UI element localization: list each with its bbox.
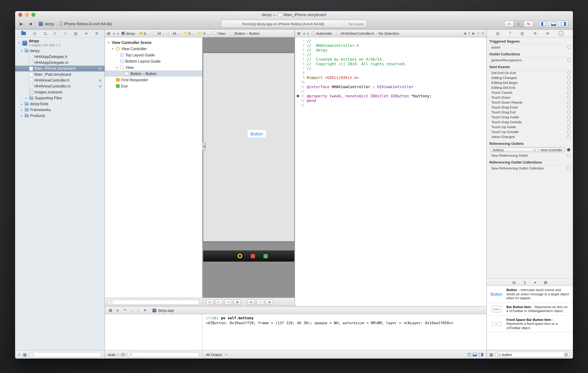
disconnect-icon[interactable]: ✕ — [537, 149, 539, 151]
navigator-file-row[interactable]: mHHAAppDelegate.m — [15, 60, 105, 65]
collapse-outline-button[interactable]: ◀ — [203, 142, 206, 151]
line-number-gutter[interactable]: 3 — [295, 48, 307, 53]
navigator-filter-field[interactable] — [29, 352, 102, 357]
connection-well-icon[interactable] — [567, 58, 570, 62]
disclosure-triangle[interactable]: ▾ — [107, 41, 110, 44]
outline-row[interactable]: First Responder — [105, 77, 202, 83]
connection-well-icon[interactable] — [567, 100, 570, 104]
add-file-button[interactable]: + — [18, 352, 20, 357]
simulate-location-icon[interactable]: ➤ — [144, 308, 147, 312]
line-number-gutter[interactable]: 10 — [295, 80, 307, 85]
connection-row[interactable]: Touch Drag Inside — [487, 114, 573, 119]
add-assistant-editor-button[interactable]: + — [477, 32, 479, 35]
connection-target-chip[interactable]: ✕View Controller — [535, 148, 565, 152]
line-number-gutter[interactable]: 14 — [295, 98, 307, 103]
media-library-icon[interactable]: ▦ — [544, 280, 547, 284]
connection-well-icon[interactable] — [567, 71, 570, 74]
disclosure-triangle[interactable]: ▸ — [20, 114, 23, 117]
standard-editor-button[interactable]: ≡ — [504, 21, 514, 27]
connection-well-icon[interactable] — [567, 115, 570, 118]
quick-look-icon[interactable] — [121, 353, 125, 356]
zoom-in-button[interactable]: ⊕ — [265, 299, 273, 305]
align-trailing-button[interactable]: ⊣ — [224, 299, 232, 305]
project-root-row[interactable]: ▾ derpy 2 targets, iOS SDK 7.1 — [15, 38, 105, 48]
line-number-gutter[interactable]: 4 — [295, 53, 307, 57]
connection-row[interactable]: Touch Up Outside — [487, 129, 573, 134]
library-item[interactable]: •••Fixed Space Bar Button Item – Represe… — [487, 316, 573, 332]
line-number-gutter[interactable]: 8 — [295, 71, 307, 75]
variables-view[interactable] — [105, 314, 203, 350]
disclosure-triangle[interactable]: ▾ — [20, 49, 23, 53]
outline-row[interactable]: Bottom Layout Guide — [105, 58, 202, 64]
editor-list-button[interactable]: ≡ — [206, 299, 214, 305]
debug-navigator-icon[interactable]: ▤ — [74, 31, 78, 36]
library-item[interactable]: ButtonButton – Intercepts touch events a… — [487, 286, 573, 303]
identity-inspector-icon[interactable]: ▥ — [520, 31, 524, 36]
outline-row[interactable]: Button – Button — [105, 70, 202, 77]
connection-well-icon[interactable] — [567, 166, 570, 170]
version-editor-button[interactable]: ⇆ — [524, 21, 534, 27]
disclosure-triangle[interactable]: ▾ — [115, 66, 119, 69]
connected-outlet-row[interactable]: buttony✕View Controller — [487, 147, 573, 153]
connection-row[interactable]: Editing Changed — [487, 75, 573, 80]
object-library-icon[interactable]: ● — [534, 280, 536, 284]
connection-well-icon[interactable] — [567, 45, 570, 49]
view-controller-view[interactable]: Button — [203, 53, 294, 241]
breadcrumb[interactable]: M… — [154, 31, 164, 35]
connection-row[interactable]: Touch Drag Outside — [487, 119, 573, 124]
navigator-file-row[interactable]: hHHAAppDelegate.h — [15, 54, 105, 60]
pin-constraints-button[interactable]: ⊞ — [233, 299, 241, 305]
pause-icon[interactable]: ‖ — [117, 308, 119, 312]
hide-debug-area-icon[interactable]: ▦ — [109, 308, 112, 312]
library-search-field[interactable]: ✕ — [495, 352, 570, 357]
connection-row[interactable]: Touch Down — [487, 95, 573, 100]
line-number-gutter[interactable]: 11 — [295, 85, 307, 89]
line-number-gutter[interactable]: 9 — [295, 75, 307, 80]
scene-header-row[interactable]: ▾ View Controller Scene — [105, 39, 202, 46]
outline-row[interactable]: →Exit — [105, 83, 202, 89]
first-responder-icon[interactable] — [251, 254, 255, 258]
step-into-icon[interactable]: ↓ — [131, 308, 133, 312]
line-number-gutter[interactable]: 7 — [295, 66, 307, 71]
forward-button[interactable]: ▶ — [117, 32, 119, 35]
breadcrumb[interactable]: HHAViewController.h — [336, 31, 374, 35]
navigator-file-row[interactable]: mHHAViewController.mM — [15, 83, 105, 89]
outline-row[interactable]: ▾View Controller — [105, 46, 202, 52]
connection-row[interactable]: New Referencing Outlet — [487, 153, 573, 158]
log-navigator-icon[interactable]: ≣ — [95, 31, 98, 36]
disclosure-triangle[interactable]: ▸ — [25, 96, 28, 100]
back-button[interactable]: ◀ — [113, 32, 115, 35]
line-number-gutter[interactable]: 13 — [295, 94, 307, 98]
connection-row[interactable]: Touch Up Inside — [487, 124, 573, 129]
source-code-editor[interactable]: 1//2// HHAViewController.h3// derpy4//5/… — [295, 37, 486, 306]
connection-row[interactable]: Value Changed — [487, 134, 573, 139]
outline-row[interactable]: Top Layout Guide — [105, 52, 202, 58]
breadcrumb[interactable]: derpy — [122, 31, 135, 35]
zoom-window-button[interactable] — [32, 13, 35, 17]
line-number-gutter[interactable]: 6 — [295, 62, 307, 66]
scheme-name[interactable]: derpy — [45, 22, 54, 26]
breadcrumb[interactable]: V… — [199, 31, 209, 35]
console-scope-selector[interactable]: All Output — [206, 352, 222, 356]
connection-row[interactable]: Touch Down Repeat — [487, 100, 573, 105]
related-items-icon[interactable]: ▦ — [297, 32, 300, 35]
scm-status-button[interactable]: ▦ — [23, 352, 27, 357]
step-over-icon[interactable]: ↷ — [123, 308, 126, 312]
close-assistant-editor-button[interactable]: ✕ — [481, 32, 484, 35]
connection-well-icon[interactable] — [567, 76, 570, 79]
close-window-button[interactable] — [18, 13, 22, 17]
connections-inspector-icon[interactable]: → — [559, 31, 564, 36]
toggle-navigator-button[interactable] — [539, 21, 549, 27]
breadcrumb[interactable]: M… — [169, 31, 180, 35]
connection-well-icon[interactable] — [567, 91, 570, 94]
outline-row[interactable]: ▾View — [105, 64, 202, 70]
stop-button[interactable]: ■ — [30, 21, 32, 26]
disclosure-triangle[interactable]: ▸ — [20, 102, 23, 106]
library-item[interactable]: ButtonBar Button Item – Represents an it… — [487, 303, 573, 316]
breadcrumb[interactable]: View — [213, 31, 225, 35]
navigator-file-row[interactable]: Images.xcassets — [15, 89, 105, 95]
align-leading-button[interactable]: ⊢ — [215, 299, 223, 305]
line-number-gutter[interactable]: 15 — [295, 103, 307, 107]
variables-filter-field[interactable] — [127, 352, 199, 357]
project-navigator-icon[interactable] — [21, 32, 26, 35]
